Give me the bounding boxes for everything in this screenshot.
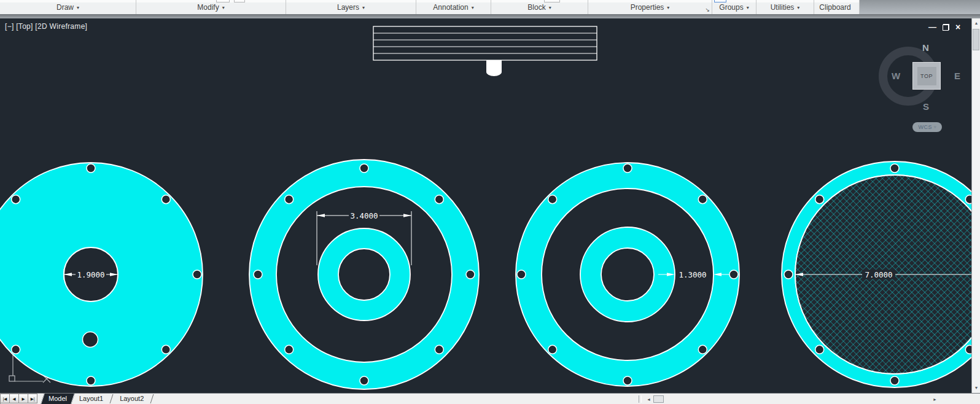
panel-label: Annotation [433, 3, 468, 12]
ribbon-panel-layers[interactable]: Layers ▾ [286, 0, 416, 14]
viewcube-north[interactable]: N [922, 42, 929, 53]
viewport-controls-label[interactable]: [−] [Top] [2D Wireframe] [5, 22, 87, 31]
ribbon-panel-modify[interactable]: Modify ▾ [136, 0, 286, 14]
dimension-text: 1.9000 [77, 270, 104, 279]
panel-label: Layers [337, 3, 359, 12]
section-view-plates[interactable] [373, 26, 597, 76]
panel-label: Draw [56, 3, 74, 12]
viewcube-west[interactable]: W [892, 71, 900, 81]
flange-1[interactable]: 1.9000 [0, 163, 203, 386]
vertical-scrollbar-thumb[interactable] [973, 29, 979, 50]
panel-label: Groups [719, 3, 743, 12]
minimize-icon[interactable]: — [928, 24, 936, 30]
scroll-left-icon[interactable]: ◄ [645, 395, 653, 403]
tab-separator [150, 394, 154, 403]
scrollbar-resize-grip[interactable] [639, 395, 642, 403]
tab-separator [110, 394, 114, 403]
scroll-right-icon[interactable]: ► [931, 395, 939, 403]
ribbon-panel-row: Draw ▾ Modify ▾ Layers ▾ Annotation ▾ Bl… [0, 0, 860, 14]
wcs-label: WCS [918, 124, 932, 130]
flange-3[interactable]: 1.3000 [516, 163, 739, 386]
bolt-profile[interactable] [486, 60, 502, 76]
viewport-window-controls: — × [928, 23, 960, 31]
tab-label: Layout1 [79, 395, 103, 402]
flange-2[interactable]: 3.4000 [249, 160, 479, 389]
ribbon-bottom-edge [0, 14, 980, 18]
tab-label: Layout2 [120, 395, 144, 402]
panel-label: Block [527, 3, 545, 12]
ribbon-panel-clipboard[interactable]: Clipboard [814, 0, 860, 14]
viewcube-south[interactable]: S [923, 101, 929, 112]
wcs-dropdown[interactable]: WCS ▿ [912, 122, 942, 132]
tab-layout2[interactable]: Layout2 [114, 394, 150, 404]
ribbon-panel-draw[interactable]: Draw ▾ [0, 0, 136, 14]
scroll-up-icon[interactable]: ▲ [973, 19, 980, 27]
tab-model[interactable]: Model [42, 394, 73, 404]
chevron-down-icon: ▾ [222, 4, 225, 10]
chevron-down-icon: ▾ [362, 4, 365, 10]
horizontal-scrollbar-thumb[interactable] [653, 395, 664, 403]
tab-layout1[interactable]: Layout1 [73, 394, 109, 404]
first-tab-button[interactable]: |◀ [1, 394, 10, 403]
last-tab-button[interactable]: ▶| [28, 394, 37, 403]
ribbon-button-sliver [544, 0, 560, 2]
next-tab-button[interactable]: ▶ [19, 394, 28, 403]
chevron-down-icon: ▾ [472, 4, 474, 10]
model-space-canvas[interactable]: 1.9000 [0, 18, 971, 393]
ribbon-panel-properties[interactable]: Properties ▾ ↘ [588, 0, 712, 14]
ribbon-panel-annotation[interactable]: Annotation ▾ [416, 0, 491, 14]
flange-4[interactable]: 7.0000 [782, 161, 971, 387]
chevron-down-icon: ▾ [667, 4, 669, 10]
panel-label: Properties [631, 3, 664, 12]
viewcube-east[interactable]: E [954, 71, 960, 81]
prev-tab-button[interactable]: ◀ [10, 394, 19, 403]
drawing-geometry[interactable]: 1.9000 [0, 18, 971, 393]
panel-label: Utilities [771, 3, 795, 12]
layout-tab-bar: |◀ ◀ ▶ ▶| Model Layout1 Layout2 ◄ ► [0, 393, 980, 404]
chevron-down-icon: ▾ [797, 4, 799, 10]
panel-label: Clipboard [819, 3, 850, 12]
dimension-text: 7.0000 [865, 270, 892, 279]
viewcube-face-label: TOP [920, 73, 933, 79]
restore-icon[interactable] [943, 24, 949, 31]
tab-nav-buttons: |◀ ◀ ▶ ▶| [0, 394, 37, 404]
chevron-down-icon: ▿ [934, 125, 936, 130]
ribbon-empty-area [860, 0, 980, 14]
chevron-down-icon: ▾ [747, 4, 749, 10]
viewcube-top-inner: TOP [917, 67, 936, 85]
dialog-launcher-icon[interactable]: ↘ [705, 7, 710, 13]
ribbon-button-sliver [714, 0, 726, 2]
scroll-down-icon[interactable]: ▼ [973, 384, 980, 392]
panel-label: Modify [197, 3, 219, 12]
vertical-scrollbar[interactable]: ▲ ▼ [971, 18, 980, 393]
close-icon[interactable]: × [955, 23, 960, 31]
dimension-text: 3.4000 [350, 211, 378, 220]
dimension-text: 1.3000 [679, 270, 706, 279]
autocad-window: Draw ▾ Modify ▾ Layers ▾ Annotation ▾ Bl… [0, 0, 980, 404]
viewcube-top-face[interactable]: TOP [912, 62, 941, 90]
ribbon-button-sliver [234, 0, 245, 2]
chevron-down-icon: ▾ [549, 4, 551, 10]
ribbon-panel-utilities[interactable]: Utilities ▾ [756, 0, 814, 14]
tab-label: Model [49, 395, 67, 402]
ribbon-button-sliver [216, 0, 230, 2]
chevron-down-icon: ▾ [77, 4, 79, 10]
ribbon-panel-block[interactable]: Block ▾ [491, 0, 588, 14]
